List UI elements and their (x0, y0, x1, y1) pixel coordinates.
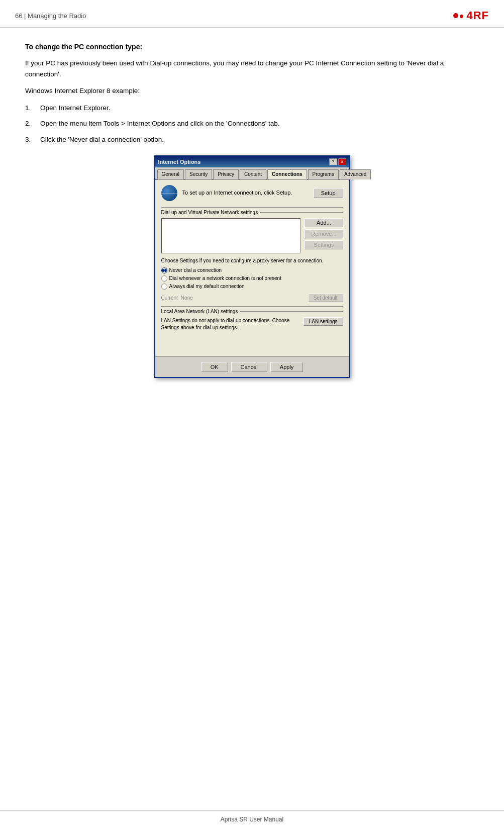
remove-button[interactable]: Remove... (305, 229, 343, 238)
add-button[interactable]: Add... (305, 218, 343, 227)
radio-group: Never dial a connection Dial whenever a … (161, 267, 343, 290)
dialog-title-bar: Internet Options ? ✕ (155, 156, 349, 167)
paragraph-1: If your PC has previously been used with… (25, 58, 479, 79)
paragraph-2: Windows Internet Explorer 8 example: (25, 85, 479, 97)
radio-item-3[interactable]: Always dial my default connection (161, 284, 343, 290)
lan-settings-button[interactable]: LAN settings (304, 317, 343, 326)
dialog-title: Internet Options (158, 159, 201, 165)
radio-never-dial[interactable] (161, 267, 167, 273)
setup-button[interactable]: Setup (314, 188, 343, 198)
lan-section-label: Local Area Network (LAN) settings (161, 306, 343, 314)
vpn-list-box[interactable] (161, 218, 301, 253)
tab-connections[interactable]: Connections (267, 169, 307, 179)
title-bar-buttons: ? ✕ (329, 158, 346, 165)
logo-dot-1 (453, 13, 458, 18)
logo-dot-2 (460, 15, 463, 18)
page-footer: Aprisa SR User Manual (0, 810, 504, 823)
globe-icon (161, 185, 177, 201)
dialog-body: To set up an Internet connection, click … (155, 180, 349, 356)
list-item: 1. Open Internet Explorer. (25, 103, 479, 114)
logo: 4RF (453, 9, 489, 22)
tab-general[interactable]: General (157, 169, 184, 179)
radio-item-2[interactable]: Dial whenever a network connection is no… (161, 275, 343, 282)
set-default-button[interactable]: Set default (308, 294, 343, 302)
setup-text: To set up an Internet connection, click … (182, 189, 309, 197)
radio-label-1: Never dial a connection (169, 267, 222, 273)
tab-programs[interactable]: Programs (308, 169, 339, 179)
step-text-3: Click the 'Never dial a connection' opti… (40, 134, 164, 145)
vpn-area: Add... Remove... Settings (161, 218, 343, 253)
internet-options-dialog: Internet Options ? ✕ General Security Pr… (154, 155, 350, 378)
section-title: To change the PC connection type: (25, 43, 479, 51)
list-item: 3. Click the 'Never dial a connection' o… (25, 134, 479, 145)
steps-list: 1. Open Internet Explorer. 2. Open the m… (25, 103, 479, 145)
radio-item-1[interactable]: Never dial a connection (161, 267, 343, 273)
cancel-button[interactable]: Cancel (231, 362, 267, 372)
none-label: None (181, 295, 193, 301)
radio-label-3: Always dial my default connection (169, 284, 245, 289)
dialog-tabs: General Security Privacy Content Connect… (155, 167, 349, 180)
dialog-container: Internet Options ? ✕ General Security Pr… (25, 155, 479, 378)
step-text-1: Open Internet Explorer. (40, 103, 111, 114)
main-content: To change the PC connection type: If you… (0, 28, 504, 408)
page-header: 66 | Managing the Radio 4RF (0, 0, 504, 28)
settings-button[interactable]: Settings (305, 240, 343, 249)
ok-button[interactable]: OK (201, 362, 228, 372)
close-button[interactable]: ✕ (338, 158, 346, 165)
tab-advanced[interactable]: Advanced (340, 169, 371, 179)
radio-dial-whenever[interactable] (161, 275, 167, 282)
logo-text: 4RF (466, 9, 489, 22)
dialog-footer: OK Cancel Apply (155, 356, 349, 377)
step-number-3: 3. (25, 134, 35, 145)
help-button[interactable]: ? (329, 158, 337, 165)
step-text-2: Open the menu item Tools > Internet Opti… (40, 118, 280, 129)
lan-text: LAN Settings do not apply to dial-up con… (161, 317, 299, 331)
logo-dots (453, 13, 463, 18)
list-item: 2. Open the menu item Tools > Internet O… (25, 118, 479, 129)
current-label: Current (161, 295, 178, 301)
tab-security[interactable]: Security (185, 169, 212, 179)
step-number-2: 2. (25, 118, 35, 129)
setup-row: To set up an Internet connection, click … (161, 185, 343, 201)
radio-always-dial[interactable] (161, 284, 167, 290)
lan-row: LAN Settings do not apply to dial-up con… (161, 317, 343, 331)
vpn-section-label: Dial-up and Virtual Private Network sett… (161, 207, 343, 215)
radio-label-2: Dial whenever a network connection is no… (169, 275, 281, 281)
tab-privacy[interactable]: Privacy (213, 169, 239, 179)
step-number-1: 1. (25, 103, 35, 114)
vpn-buttons: Add... Remove... Settings (305, 218, 343, 253)
proxy-text: Choose Settings if you need to configure… (161, 257, 343, 264)
current-row: Current None Set default (161, 294, 343, 302)
apply-button[interactable]: Apply (270, 362, 304, 372)
page-reference: 66 | Managing the Radio (15, 12, 86, 20)
footer-text: Aprisa SR User Manual (221, 816, 283, 823)
tab-content[interactable]: Content (240, 169, 266, 179)
spacer (161, 331, 343, 351)
